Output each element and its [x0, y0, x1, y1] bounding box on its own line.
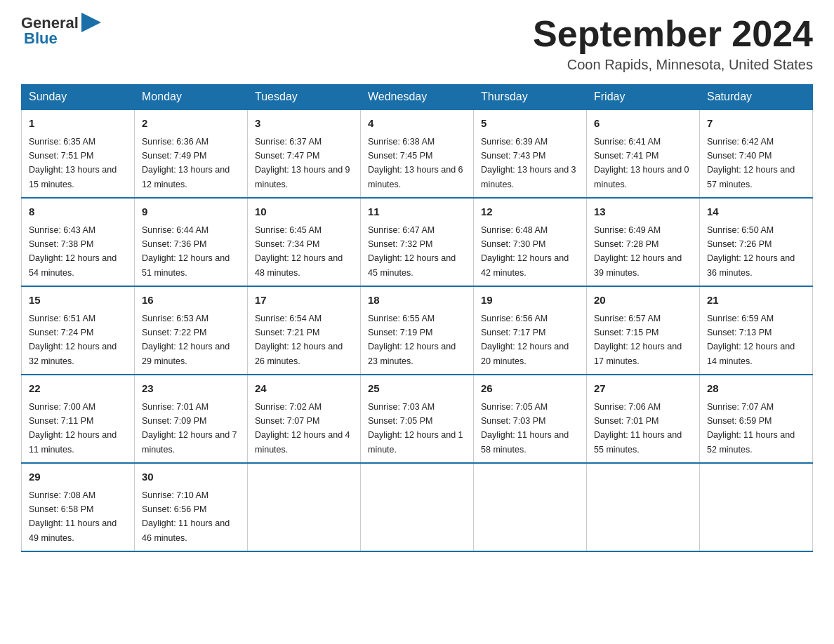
day-number: 14 — [707, 204, 805, 220]
calendar-cell: 11 Sunrise: 6:47 AMSunset: 7:32 PMDaylig… — [361, 198, 474, 286]
day-number: 30 — [142, 469, 240, 485]
header-tuesday: Tuesday — [248, 85, 361, 110]
day-info: Sunrise: 6:54 AMSunset: 7:21 PMDaylight:… — [255, 314, 343, 366]
day-info: Sunrise: 7:05 AMSunset: 7:03 PMDaylight:… — [481, 402, 569, 455]
calendar-cell: 18 Sunrise: 6:55 AMSunset: 7:19 PMDaylig… — [361, 286, 474, 375]
calendar-cell: 1 Sunrise: 6:35 AMSunset: 7:51 PMDayligh… — [22, 109, 135, 198]
calendar-cell: 7 Sunrise: 6:42 AMSunset: 7:40 PMDayligh… — [700, 109, 813, 198]
day-info: Sunrise: 6:55 AMSunset: 7:19 PMDaylight:… — [368, 314, 456, 366]
calendar-cell: 4 Sunrise: 6:38 AMSunset: 7:45 PMDayligh… — [361, 109, 474, 198]
day-info: Sunrise: 6:59 AMSunset: 7:13 PMDaylight:… — [707, 314, 795, 366]
calendar-cell: 22 Sunrise: 7:00 AMSunset: 7:11 PMDaylig… — [22, 375, 135, 463]
day-info: Sunrise: 6:47 AMSunset: 7:32 PMDaylight:… — [368, 225, 456, 278]
header-sunday: Sunday — [22, 85, 135, 110]
day-info: Sunrise: 6:51 AMSunset: 7:24 PMDaylight:… — [29, 314, 117, 366]
day-number: 27 — [594, 381, 692, 397]
calendar-cell — [248, 463, 361, 551]
day-info: Sunrise: 6:45 AMSunset: 7:34 PMDaylight:… — [255, 225, 343, 278]
day-number: 23 — [142, 381, 240, 397]
day-number: 24 — [255, 381, 353, 397]
day-number: 19 — [481, 293, 579, 309]
calendar-cell: 25 Sunrise: 7:03 AMSunset: 7:05 PMDaylig… — [361, 375, 474, 463]
month-title: September 2024 — [533, 14, 813, 54]
day-number: 20 — [594, 293, 692, 309]
header-thursday: Thursday — [474, 85, 587, 110]
calendar-cell: 17 Sunrise: 6:54 AMSunset: 7:21 PMDaylig… — [248, 286, 361, 375]
calendar-cell: 9 Sunrise: 6:44 AMSunset: 7:36 PMDayligh… — [135, 198, 248, 286]
day-info: Sunrise: 7:07 AMSunset: 6:59 PMDaylight:… — [707, 402, 795, 455]
calendar-cell: 14 Sunrise: 6:50 AMSunset: 7:26 PMDaylig… — [700, 198, 813, 286]
day-info: Sunrise: 7:03 AMSunset: 7:05 PMDaylight:… — [368, 402, 463, 455]
calendar-cell: 21 Sunrise: 6:59 AMSunset: 7:13 PMDaylig… — [700, 286, 813, 375]
calendar-cell: 15 Sunrise: 6:51 AMSunset: 7:24 PMDaylig… — [22, 286, 135, 375]
day-number: 21 — [707, 293, 805, 309]
header-wednesday: Wednesday — [361, 85, 474, 110]
logo-arrow-icon — [81, 13, 101, 32]
day-number: 15 — [29, 293, 127, 309]
calendar-cell: 29 Sunrise: 7:08 AMSunset: 6:58 PMDaylig… — [22, 463, 135, 551]
day-info: Sunrise: 7:00 AMSunset: 7:11 PMDaylight:… — [29, 402, 117, 455]
day-number: 7 — [707, 116, 805, 132]
day-number: 5 — [481, 116, 579, 132]
calendar-cell: 27 Sunrise: 7:06 AMSunset: 7:01 PMDaylig… — [587, 375, 700, 463]
day-number: 26 — [481, 381, 579, 397]
title-section: September 2024 Coon Rapids, Minnesota, U… — [533, 14, 813, 73]
calendar-header-row: Sunday Monday Tuesday Wednesday Thursday… — [22, 85, 813, 110]
calendar-week-4: 22 Sunrise: 7:00 AMSunset: 7:11 PMDaylig… — [22, 375, 813, 463]
day-number: 2 — [142, 116, 240, 132]
calendar-cell: 2 Sunrise: 6:36 AMSunset: 7:49 PMDayligh… — [135, 109, 248, 198]
day-number: 8 — [29, 204, 127, 220]
calendar-cell: 23 Sunrise: 7:01 AMSunset: 7:09 PMDaylig… — [135, 375, 248, 463]
page-header: General Blue September 2024 Coon Rapids,… — [21, 14, 813, 73]
calendar-cell: 6 Sunrise: 6:41 AMSunset: 7:41 PMDayligh… — [587, 109, 700, 198]
calendar-cell: 5 Sunrise: 6:39 AMSunset: 7:43 PMDayligh… — [474, 109, 587, 198]
day-number: 12 — [481, 204, 579, 220]
day-info: Sunrise: 6:42 AMSunset: 7:40 PMDaylight:… — [707, 137, 795, 189]
day-number: 10 — [255, 204, 353, 220]
day-info: Sunrise: 6:37 AMSunset: 7:47 PMDaylight:… — [255, 137, 350, 189]
calendar-cell — [361, 463, 474, 551]
calendar-table: Sunday Monday Tuesday Wednesday Thursday… — [21, 84, 813, 552]
day-info: Sunrise: 7:02 AMSunset: 7:07 PMDaylight:… — [255, 402, 350, 455]
day-info: Sunrise: 7:08 AMSunset: 6:58 PMDaylight:… — [29, 490, 117, 543]
calendar-cell: 3 Sunrise: 6:37 AMSunset: 7:47 PMDayligh… — [248, 109, 361, 198]
day-info: Sunrise: 6:43 AMSunset: 7:38 PMDaylight:… — [29, 225, 117, 278]
day-number: 29 — [29, 469, 127, 485]
calendar-cell — [474, 463, 587, 551]
calendar-cell: 28 Sunrise: 7:07 AMSunset: 6:59 PMDaylig… — [700, 375, 813, 463]
day-info: Sunrise: 6:49 AMSunset: 7:28 PMDaylight:… — [594, 225, 682, 278]
calendar-cell: 10 Sunrise: 6:45 AMSunset: 7:34 PMDaylig… — [248, 198, 361, 286]
calendar-cell: 24 Sunrise: 7:02 AMSunset: 7:07 PMDaylig… — [248, 375, 361, 463]
header-monday: Monday — [135, 85, 248, 110]
day-info: Sunrise: 6:36 AMSunset: 7:49 PMDaylight:… — [142, 137, 230, 189]
calendar-week-1: 1 Sunrise: 6:35 AMSunset: 7:51 PMDayligh… — [22, 109, 813, 198]
day-info: Sunrise: 7:01 AMSunset: 7:09 PMDaylight:… — [142, 402, 237, 455]
svg-marker-0 — [81, 13, 101, 32]
day-info: Sunrise: 6:39 AMSunset: 7:43 PMDaylight:… — [481, 137, 576, 189]
day-info: Sunrise: 7:10 AMSunset: 6:56 PMDaylight:… — [142, 490, 230, 543]
location-title: Coon Rapids, Minnesota, United States — [533, 57, 813, 73]
day-info: Sunrise: 6:56 AMSunset: 7:17 PMDaylight:… — [481, 314, 569, 366]
day-info: Sunrise: 6:38 AMSunset: 7:45 PMDaylight:… — [368, 137, 463, 189]
day-number: 22 — [29, 381, 127, 397]
calendar-cell — [587, 463, 700, 551]
calendar-cell: 8 Sunrise: 6:43 AMSunset: 7:38 PMDayligh… — [22, 198, 135, 286]
day-info: Sunrise: 6:48 AMSunset: 7:30 PMDaylight:… — [481, 225, 569, 278]
calendar-cell: 30 Sunrise: 7:10 AMSunset: 6:56 PMDaylig… — [135, 463, 248, 551]
calendar-cell: 26 Sunrise: 7:05 AMSunset: 7:03 PMDaylig… — [474, 375, 587, 463]
day-number: 3 — [255, 116, 353, 132]
calendar-cell: 19 Sunrise: 6:56 AMSunset: 7:17 PMDaylig… — [474, 286, 587, 375]
day-info: Sunrise: 6:53 AMSunset: 7:22 PMDaylight:… — [142, 314, 230, 366]
header-friday: Friday — [587, 85, 700, 110]
day-number: 18 — [368, 293, 466, 309]
day-number: 17 — [255, 293, 353, 309]
day-number: 4 — [368, 116, 466, 132]
day-info: Sunrise: 6:41 AMSunset: 7:41 PMDaylight:… — [594, 137, 689, 189]
day-info: Sunrise: 6:35 AMSunset: 7:51 PMDaylight:… — [29, 137, 117, 189]
calendar-week-3: 15 Sunrise: 6:51 AMSunset: 7:24 PMDaylig… — [22, 286, 813, 375]
logo-blue-text: Blue — [24, 29, 58, 47]
calendar-cell: 16 Sunrise: 6:53 AMSunset: 7:22 PMDaylig… — [135, 286, 248, 375]
day-number: 13 — [594, 204, 692, 220]
day-info: Sunrise: 6:57 AMSunset: 7:15 PMDaylight:… — [594, 314, 682, 366]
calendar-cell — [700, 463, 813, 551]
